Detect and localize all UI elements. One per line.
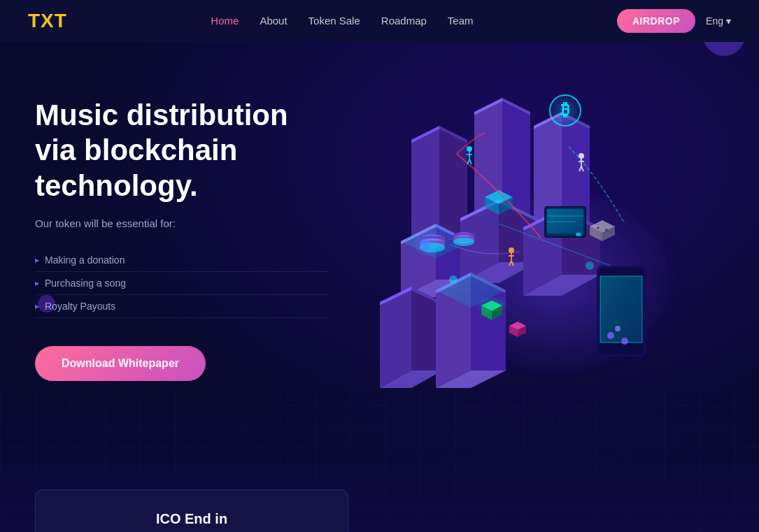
- nav-token-sale[interactable]: Token Sale: [308, 15, 360, 27]
- svg-point-108: [586, 261, 594, 270]
- logo: TXT: [28, 10, 67, 32]
- hero-subtitle: Our token will be essential for:: [35, 217, 329, 229]
- svg-rect-73: [600, 276, 642, 343]
- lang-label: Eng: [706, 15, 723, 27]
- blockchain-illustration: ₿: [345, 84, 709, 433]
- chevron-down-icon: ▾: [726, 15, 731, 27]
- svg-point-77: [621, 338, 628, 345]
- countdown-box: ICO End in 41 Days 12 Hours 53 Minutes 5…: [35, 489, 348, 532]
- svg-point-56: [453, 238, 474, 246]
- nav-home[interactable]: Home: [211, 15, 239, 27]
- main-content: Music distribution via blockchain techno…: [0, 42, 759, 489]
- feature-text-3: Royalty Payouts: [45, 301, 115, 312]
- svg-point-18: [547, 92, 583, 129]
- nav-about[interactable]: About: [260, 15, 287, 27]
- svg-line-89: [469, 159, 471, 164]
- feature-text-2: Purchasing a song: [45, 278, 126, 289]
- countdown-title: ICO End in: [64, 511, 320, 527]
- airdrop-button[interactable]: AIRDROP: [617, 9, 695, 33]
- feature-item-1: Making a donation: [35, 249, 329, 272]
- nav-right: AIRDROP Eng ▾: [617, 9, 731, 33]
- svg-point-85: [467, 146, 472, 152]
- svg-point-81: [479, 299, 504, 310]
- svg-point-104: [605, 229, 608, 231]
- svg-point-107: [449, 275, 457, 284]
- svg-point-103: [597, 227, 600, 229]
- nav-roadmap[interactable]: Roadmap: [381, 15, 427, 27]
- svg-point-76: [615, 326, 620, 331]
- navbar: TXT Home About Token Sale Roadmap Team A…: [0, 0, 759, 42]
- feature-text-1: Making a donation: [45, 254, 125, 266]
- right-panel: ₿: [329, 84, 724, 433]
- countdown-section: ICO End in 41 Days 12 Hours 53 Minutes 5…: [0, 489, 759, 532]
- svg-point-95: [509, 247, 514, 253]
- hero-title: Music distribution via blockchain techno…: [35, 98, 329, 203]
- feature-item-3: Royalty Payouts: [35, 295, 329, 318]
- svg-point-106: [416, 235, 435, 254]
- feature-list: Making a donation Purchasing a song Roya…: [35, 249, 329, 318]
- left-panel: Music distribution via blockchain techno…: [35, 84, 329, 381]
- language-selector[interactable]: Eng ▾: [706, 15, 731, 27]
- nav-links: Home About Token Sale Roadmap Team: [211, 15, 473, 27]
- nav-team[interactable]: Team: [448, 15, 474, 27]
- svg-point-75: [607, 332, 614, 339]
- svg-point-90: [579, 153, 584, 159]
- svg-rect-45: [576, 233, 581, 236]
- download-whitepaper-button[interactable]: Download Whitepaper: [35, 346, 206, 381]
- feature-item-2: Purchasing a song: [35, 272, 329, 295]
